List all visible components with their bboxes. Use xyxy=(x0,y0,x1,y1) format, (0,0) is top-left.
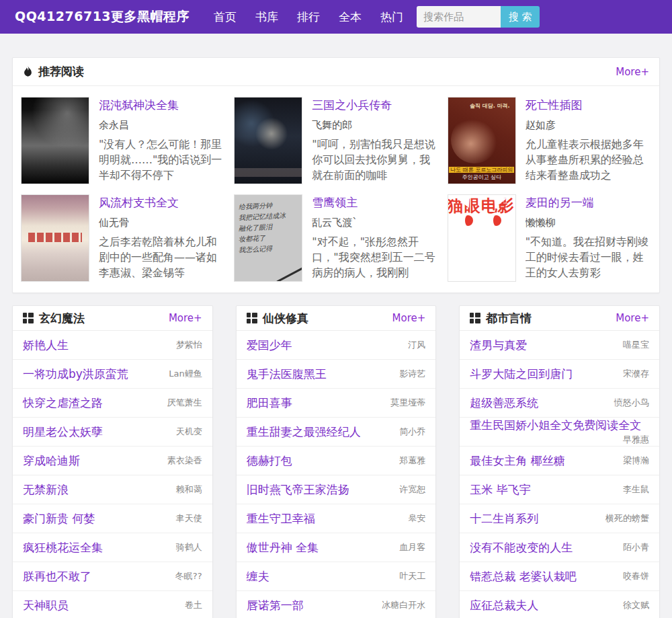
book-title-link[interactable]: 豪门新贵 何婪 xyxy=(23,511,95,527)
nav-item-home[interactable]: 首页 xyxy=(204,1,246,34)
book-author: 余永昌 xyxy=(99,119,224,132)
book-author: 冰糖白开水 xyxy=(382,599,425,611)
book-author: 天机变 xyxy=(176,426,202,438)
book-title-link[interactable]: 鬼手法医腹黑王 xyxy=(247,366,327,382)
book-title-link[interactable]: 玉米 毕飞宇 xyxy=(470,482,530,498)
book-author: 横死的螃蟹 xyxy=(605,512,649,525)
book-title-link[interactable]: 风流村支书全文 xyxy=(99,195,224,210)
book-title-link[interactable]: 德赫打包 xyxy=(247,453,292,469)
book-title-link[interactable]: 疯狂桃花运全集 xyxy=(23,540,103,555)
book-title-link[interactable]: 超级善恶系统 xyxy=(470,395,538,411)
list-item: 没有不能改变的人生陌小青 xyxy=(460,533,659,562)
book-title-link[interactable]: 没有不能改变的人生 xyxy=(470,540,573,555)
recommended-header: 推荐阅读 More+ xyxy=(13,58,659,86)
book-author: 汀风 xyxy=(408,339,425,351)
book-title-link[interactable]: 死亡性插图 xyxy=(526,98,651,113)
book-title-link[interactable]: 十二生肖系列 xyxy=(470,511,538,527)
book-author: 卷土 xyxy=(185,599,202,611)
category-fantasy: 玄幻魔法 More+ 娇艳人生梦紫怡 一将功成by洪原蛮荒Lan鲤鱼 快穿之虐渣… xyxy=(12,305,213,618)
book-author: 乱云飞渡` xyxy=(312,217,437,229)
list-item: 玉米 毕飞宇李生鼠 xyxy=(460,475,659,504)
list-item: 重生民国娇小姐全文免费阅读全文早雅惠 xyxy=(460,418,659,447)
grid-icon xyxy=(470,313,480,323)
book-cover[interactable]: 솔직 대담. 마격. 나도 때론 포르노그라피의 주인공이고 싶다 xyxy=(448,97,516,184)
book-title-link[interactable]: 爱国少年 xyxy=(247,338,292,353)
recommended-book: 风流村支书全文 仙无骨 之后李若乾陪着林允儿和剧中的一些配角——诸如李惠淑、梁金… xyxy=(21,194,224,282)
category-more-link[interactable]: More+ xyxy=(169,312,202,324)
book-title-link[interactable]: 明星老公太妖孽 xyxy=(23,424,103,440)
book-title-link[interactable]: 斗罗大陆之回到唐门 xyxy=(470,366,573,382)
cover-top-text: 솔직 대담. 마격. xyxy=(448,102,513,110)
book-desc: 之后李若乾陪着林允儿和剧中的一些配角——诸如李惠淑、梁金锡等 xyxy=(99,234,224,280)
list-item: 超级善恶系统愤怒小鸟 xyxy=(460,389,659,418)
category-more-link[interactable]: More+ xyxy=(616,312,649,324)
book-title-link[interactable]: 肥田喜事 xyxy=(247,395,292,411)
recommended-book: 猫眼电影 麦田的另一端 懒懒柳 "不知道。我在招财寺刚竣工的时候去看过一眼，姓王… xyxy=(448,194,651,282)
list-item: 旧时燕飞帝王家浩扬许宽恕 xyxy=(237,475,436,504)
book-title-link[interactable]: 无禁新浪 xyxy=(23,482,69,498)
category-xianxia: 仙侠修真 More+ 爱国少年汀风 鬼手法医腹黑王影诗艺 肥田喜事莫里垭蒂 重生… xyxy=(236,305,437,618)
book-title-link[interactable]: 重生民国娇小姐全文免费阅读全文 xyxy=(470,418,641,433)
book-author: 郑蕙雅 xyxy=(399,455,425,467)
book-author: 飞舞的郎 xyxy=(312,119,437,132)
book-title-link[interactable]: 麦田的另一端 xyxy=(526,195,651,210)
list-item: 缠夫叶天工 xyxy=(237,562,436,591)
list-item: 爱国少年汀风 xyxy=(237,331,436,360)
category-columns: 玄幻魔法 More+ 娇艳人生梦紫怡 一将功成by洪原蛮荒Lan鲤鱼 快穿之虐渣… xyxy=(12,305,660,618)
cover-pen xyxy=(276,266,302,282)
book-info: 混沌弑神决全集 余永昌 "没有人？怎么可能！那里明明就……"我的话说到一半却不得… xyxy=(99,97,224,184)
book-title-link[interactable]: 最佳女主角 椰丝糖 xyxy=(470,453,564,469)
list-item: 明星老公太妖孽天机变 xyxy=(13,418,212,447)
book-cover[interactable] xyxy=(234,97,302,184)
book-title-link[interactable]: 缠夫 xyxy=(247,569,269,584)
book-title-link[interactable]: 渣男与真爱 xyxy=(470,338,527,353)
recommended-more-link[interactable]: More+ xyxy=(616,66,649,78)
book-title-link[interactable]: 天神职员 xyxy=(23,598,69,613)
book-title-link[interactable]: 雪鹰领主 xyxy=(312,195,437,210)
book-title-link[interactable]: 快穿之虐渣之路 xyxy=(23,395,103,411)
book-title-link[interactable]: 错惹总裁 老婆认栽吧 xyxy=(470,569,576,584)
recommended-book: 给我两分钟 我把记忆结成冰 融化了眼泪 妆都花了 我怎么记得 雪鹰领主 乱云飞渡… xyxy=(234,194,437,282)
book-author: 莫里垭蒂 xyxy=(390,397,425,409)
book-author: 影诗艺 xyxy=(399,368,425,380)
search-button[interactable]: 搜 索 xyxy=(501,6,540,28)
book-title-link[interactable]: 娇艳人生 xyxy=(23,338,69,353)
list-item: 渣男与真爱喵星宝 xyxy=(460,331,659,360)
nav-item-hot[interactable]: 热门 xyxy=(371,1,413,34)
book-title-link[interactable]: 应征总裁夫人 xyxy=(470,598,538,613)
book-title-link[interactable]: 混沌弑神决全集 xyxy=(99,98,224,113)
list-item: 鬼手法医腹黑王影诗艺 xyxy=(237,360,436,389)
list-item: 豪门新贵 何婪聿天使 xyxy=(13,504,212,533)
book-title-link[interactable]: 三国之小兵传奇 xyxy=(312,98,437,113)
search-box: 搜 索 xyxy=(417,6,540,28)
book-cover[interactable]: 给我两分钟 我把记忆结成冰 融化了眼泪 妆都花了 我怎么记得 xyxy=(234,194,302,282)
book-title-link[interactable]: 朕再也不敢了 xyxy=(23,569,91,584)
list-item: 朕再也不敢了冬眠?? xyxy=(13,562,212,591)
book-list: 爱国少年汀风 鬼手法医腹黑王影诗艺 肥田喜事莫里垭蒂 重生甜妻之最强经纪人简小乔… xyxy=(237,331,436,618)
book-desc: "呵呵，别害怕我只是想说你可以回去找你舅舅，我就在前面的咖啡 xyxy=(312,137,437,183)
nav-item-full[interactable]: 全本 xyxy=(329,1,371,34)
book-title-link[interactable]: 重生守卫幸福 xyxy=(247,511,315,527)
book-author: 皋安 xyxy=(408,512,425,525)
search-input[interactable] xyxy=(417,6,501,28)
book-cover[interactable] xyxy=(21,97,89,184)
book-title-link[interactable]: 旧时燕飞帝王家浩扬 xyxy=(247,482,349,498)
list-item: 穿成哈迪斯素衣染香 xyxy=(13,447,212,475)
book-author: Lan鲤鱼 xyxy=(169,368,202,380)
category-header: 都市言情 More+ xyxy=(460,306,659,331)
nav-item-library[interactable]: 书库 xyxy=(246,1,288,34)
list-item: 德赫打包郑蕙雅 xyxy=(237,447,436,475)
book-title-link[interactable]: 一将功成by洪原蛮荒 xyxy=(23,366,128,382)
book-title-link[interactable]: 傲世丹神 全集 xyxy=(247,540,319,555)
category-more-link[interactable]: More+ xyxy=(392,312,426,324)
book-cover-maoyan-logo[interactable]: 猫眼电影 xyxy=(448,194,516,282)
nav-item-ranking[interactable]: 排行 xyxy=(288,1,329,34)
book-title-link[interactable]: 唇诺第一部 xyxy=(247,598,304,613)
book-title-link[interactable]: 重生甜妻之最强经纪人 xyxy=(247,424,361,440)
book-author: 梦紫怡 xyxy=(176,339,202,351)
site-logo[interactable]: QQ41276713更多黑帽程序 xyxy=(15,8,190,26)
book-cover[interactable] xyxy=(21,194,89,282)
book-title-link[interactable]: 穿成哈迪斯 xyxy=(23,453,80,469)
list-item: 唇诺第一部冰糖白开水 xyxy=(237,591,436,618)
book-info: 风流村支书全文 仙无骨 之后李若乾陪着林允儿和剧中的一些配角——诸如李惠淑、梁金… xyxy=(99,194,224,282)
